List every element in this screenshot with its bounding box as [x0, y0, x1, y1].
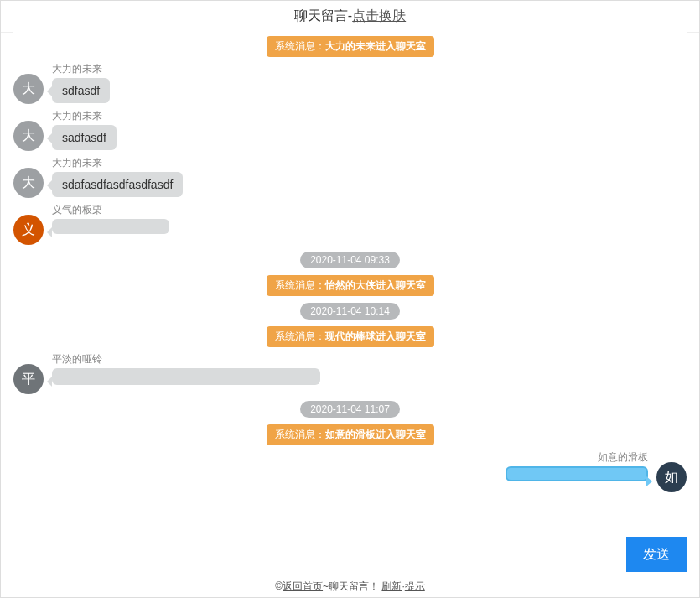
timestamp: 2020-11-04 09:33: [300, 252, 400, 268]
message-bubble: sdafasdfasdfasdfasdf: [52, 172, 183, 197]
message-row: 大大力的未来sdafasdfasdfasdfasdf: [13, 156, 687, 198]
system-message: 系统消息：怡然的大侠进入聊天室: [267, 275, 434, 296]
header-title: 聊天留言-: [294, 8, 352, 23]
system-message: 系统消息：大力的未来进入聊天室: [267, 36, 434, 57]
message-username: 义气的板栗: [52, 203, 169, 217]
message-username: 大力的未来: [52, 62, 110, 76]
footer-back-link[interactable]: 返回首页: [283, 580, 323, 592]
footer-tip-link[interactable]: 提示: [405, 580, 425, 592]
message-bubble: sdfasdf: [52, 78, 110, 103]
message-row: 大大力的未来sdfasdf: [13, 62, 687, 104]
message-row: 大大力的未来sadfasdf: [13, 109, 687, 151]
message-row: 如意的滑板如: [13, 450, 687, 492]
footer-refresh-link[interactable]: 刷新: [381, 580, 402, 592]
message-body: 大力的未来sdafasdfasdfasdfasdf: [52, 156, 183, 197]
message-username: 大力的未来: [52, 109, 117, 123]
timestamp-row: 2020-11-04 09:33: [13, 252, 687, 268]
timestamp-row: 2020-11-04 10:14: [13, 303, 687, 320]
message-bubble: [506, 466, 648, 481]
avatar: 如: [656, 462, 687, 492]
timestamp: 2020-11-04 10:14: [300, 303, 400, 320]
avatar: 义: [13, 215, 44, 245]
system-message: 系统消息：如意的滑板进入聊天室: [267, 424, 434, 445]
message-row: 义义气的板栗: [13, 203, 687, 245]
system-message: 系统消息：现代的棒球进入聊天室: [267, 326, 434, 347]
avatar: 大: [13, 74, 44, 104]
footer-title: 聊天留言！: [329, 580, 379, 592]
message-bubble: [52, 219, 169, 234]
chat-message-list: 系统消息：大力的未来进入聊天室大大力的未来sdfasdf大大力的未来sadfas…: [13, 31, 687, 534]
message-body: 平淡的哑铃: [52, 352, 320, 388]
message-bubble: [52, 368, 320, 385]
system-message-row: 系统消息：如意的滑板进入聊天室: [13, 424, 687, 445]
footer: ©返回首页~聊天留言！ 刷新·提示: [1, 580, 699, 594]
message-body: 大力的未来sadfasdf: [52, 109, 117, 150]
message-row: 平平淡的哑铃: [13, 352, 687, 394]
system-message-row: 系统消息：大力的未来进入聊天室: [13, 36, 687, 57]
message-body: 义气的板栗: [52, 203, 169, 237]
system-message-row: 系统消息：现代的棒球进入聊天室: [13, 326, 687, 347]
timestamp-row: 2020-11-04 11:07: [13, 401, 687, 418]
avatar: 平: [13, 364, 44, 394]
send-button[interactable]: 发送: [626, 537, 687, 572]
message-input[interactable]: [13, 537, 626, 572]
message-username: 平淡的哑铃: [52, 352, 320, 367]
message-body: 如意的滑板: [506, 450, 648, 485]
input-bar: 发送: [13, 537, 687, 572]
system-message-row: 系统消息：怡然的大侠进入聊天室: [13, 275, 687, 296]
message-bubble: sadfasdf: [52, 125, 117, 150]
message-username: 大力的未来: [52, 156, 183, 170]
chat-header: 聊天留言-点击换肤: [1, 1, 699, 33]
timestamp: 2020-11-04 11:07: [300, 401, 400, 418]
change-skin-link[interactable]: 点击换肤: [352, 8, 406, 23]
avatar: 大: [13, 121, 44, 151]
message-username: 如意的滑板: [506, 450, 648, 465]
footer-copy: ©: [275, 580, 283, 592]
message-body: 大力的未来sdfasdf: [52, 62, 110, 103]
avatar: 大: [13, 168, 44, 198]
